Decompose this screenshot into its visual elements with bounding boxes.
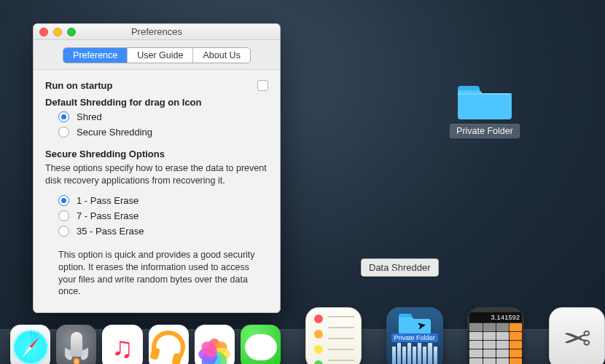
dock-tooltip: Data Shredder: [361, 258, 439, 277]
minimize-icon[interactable]: [53, 28, 62, 36]
tab-bar: Preference User Guide About Us: [63, 47, 251, 63]
rocket-icon: [65, 331, 88, 364]
desktop-folder[interactable]: Private Folder: [445, 80, 525, 138]
headphones-icon: [148, 327, 189, 364]
run-on-startup-checkbox[interactable]: [257, 80, 268, 91]
default-shredding-heading: Default Shredding for drag on Icon: [45, 94, 268, 108]
radio-shred-label: Shred: [77, 111, 102, 122]
radio-shred[interactable]: [58, 111, 69, 122]
run-on-startup-label: Run on startup: [45, 80, 112, 91]
radio-35-pass[interactable]: [58, 226, 69, 237]
radio-secure-shredding-label: Secure Shredding: [77, 127, 152, 138]
dragged-folder-label: Private Folder: [391, 333, 438, 342]
calculator-display: 3.141592: [469, 312, 522, 323]
svg-rect-0: [458, 93, 512, 95]
notes-icon: [314, 314, 323, 364]
secure-options-heading: Secure Shredding Options: [45, 144, 268, 159]
tab-about-us[interactable]: About Us: [193, 48, 249, 63]
dock-app-audio[interactable]: [149, 325, 189, 364]
radio-7-pass-label: 7 - Pass Erase: [77, 210, 138, 221]
folder-icon: [458, 80, 512, 121]
dock-app-messages[interactable]: [241, 325, 281, 364]
dock-app-photos[interactable]: [195, 325, 235, 364]
dock: ♫ ➤ Private Fold: [7, 307, 605, 364]
desktop-folder-label: Private Folder: [450, 124, 520, 138]
cursor-icon: ➤: [415, 318, 427, 333]
dock-app-safari[interactable]: [10, 325, 50, 364]
radio-secure-shredding[interactable]: [58, 127, 69, 138]
tab-user-guide[interactable]: User Guide: [128, 48, 193, 63]
compass-icon: [13, 330, 48, 364]
radio-35-pass-label: 35 - Pass Erase: [77, 226, 144, 237]
titlebar[interactable]: Preferences: [34, 24, 280, 40]
pass-detail-text: This option is quick and provides a good…: [45, 243, 268, 301]
preferences-window: Preferences Preference User Guide About …: [33, 23, 281, 313]
photos-icon: [197, 330, 232, 364]
dock-app-launchpad[interactable]: [56, 325, 96, 364]
radio-7-pass[interactable]: [58, 210, 69, 221]
shredder-strips-icon: [392, 341, 437, 364]
radio-1-pass-label: 1 - Pass Erase: [77, 195, 138, 206]
radio-1-pass[interactable]: [58, 195, 69, 206]
music-note-icon: ♫: [112, 331, 133, 364]
dock-app-data-shredder[interactable]: ➤ Private Folder: [386, 307, 443, 364]
close-icon[interactable]: [39, 28, 48, 36]
calculator-icon: 3.141592: [467, 310, 524, 364]
scissors-icon: ✂: [563, 319, 591, 358]
zoom-icon[interactable]: [67, 28, 76, 36]
dock-app-screenshot[interactable]: ✂: [549, 307, 605, 364]
dock-app-itunes[interactable]: ♫: [102, 325, 142, 364]
secure-options-desc: These options specify how to erase the d…: [45, 159, 268, 191]
speech-bubble-icon: [245, 334, 277, 360]
dock-app-notes[interactable]: [305, 307, 362, 364]
tab-preference[interactable]: Preference: [63, 48, 128, 63]
dock-app-calculator[interactable]: 3.141592: [467, 307, 524, 364]
